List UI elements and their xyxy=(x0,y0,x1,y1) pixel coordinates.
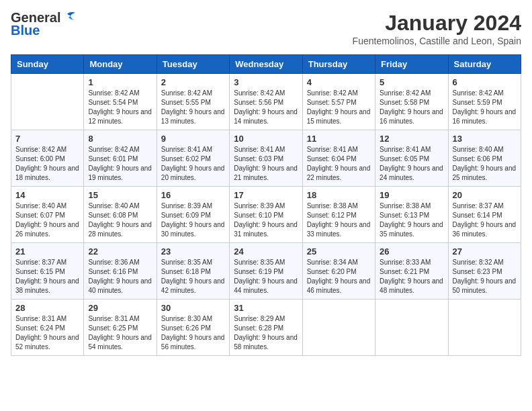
day-number: 18 xyxy=(307,190,371,200)
calendar-cell: 5Sunrise: 8:42 AMSunset: 5:58 PMDaylight… xyxy=(375,74,448,130)
logo: General Blue xyxy=(11,11,77,38)
calendar-cell: 25Sunrise: 8:34 AMSunset: 6:20 PMDayligh… xyxy=(302,243,375,300)
calendar-cell: 4Sunrise: 8:42 AMSunset: 5:57 PMDaylight… xyxy=(302,74,375,130)
day-number: 12 xyxy=(380,134,443,144)
day-number: 17 xyxy=(234,190,298,200)
calendar-week-row: 28Sunrise: 8:31 AMSunset: 6:24 PMDayligh… xyxy=(11,300,521,356)
day-number: 31 xyxy=(234,303,298,313)
day-info: Sunrise: 8:42 AMSunset: 5:57 PMDaylight:… xyxy=(307,89,371,126)
calendar-cell: 29Sunrise: 8:31 AMSunset: 6:25 PMDayligh… xyxy=(84,300,157,356)
weekday-header-cell: Thursday xyxy=(302,55,375,74)
day-info: Sunrise: 8:41 AMSunset: 6:04 PMDaylight:… xyxy=(307,145,371,183)
weekday-header-row: SundayMondayTuesdayWednesdayThursdayFrid… xyxy=(11,55,521,74)
calendar-cell: 8Sunrise: 8:42 AMSunset: 6:01 PMDaylight… xyxy=(84,130,157,187)
day-info: Sunrise: 8:31 AMSunset: 6:24 PMDaylight:… xyxy=(15,314,79,352)
day-info: Sunrise: 8:42 AMSunset: 5:58 PMDaylight:… xyxy=(380,89,443,126)
day-info: Sunrise: 8:34 AMSunset: 6:20 PMDaylight:… xyxy=(307,258,371,295)
weekday-header-cell: Monday xyxy=(84,55,157,74)
calendar-cell: 30Sunrise: 8:30 AMSunset: 6:26 PMDayligh… xyxy=(157,300,229,356)
calendar-cell xyxy=(448,300,521,356)
day-number: 22 xyxy=(88,246,152,257)
weekday-header-cell: Saturday xyxy=(448,55,521,74)
month-year-title: January 2024 xyxy=(353,11,521,36)
day-number: 6 xyxy=(453,77,517,87)
day-number: 24 xyxy=(234,246,298,257)
day-info: Sunrise: 8:40 AMSunset: 6:07 PMDaylight:… xyxy=(15,201,79,239)
day-number: 16 xyxy=(161,190,225,200)
day-info: Sunrise: 8:35 AMSunset: 6:18 PMDaylight:… xyxy=(161,258,225,295)
day-number: 26 xyxy=(380,246,443,257)
day-info: Sunrise: 8:42 AMSunset: 5:59 PMDaylight:… xyxy=(453,89,517,126)
day-info: Sunrise: 8:42 AMSunset: 5:56 PMDaylight:… xyxy=(234,89,298,126)
calendar-cell: 9Sunrise: 8:41 AMSunset: 6:02 PMDaylight… xyxy=(157,130,229,187)
day-info: Sunrise: 8:33 AMSunset: 6:21 PMDaylight:… xyxy=(380,258,443,295)
calendar-cell: 31Sunrise: 8:29 AMSunset: 6:28 PMDayligh… xyxy=(230,300,302,356)
calendar-cell: 27Sunrise: 8:32 AMSunset: 6:23 PMDayligh… xyxy=(448,243,521,300)
title-block: January 2024 Fuentemolinos, Castille and… xyxy=(353,11,521,46)
day-number: 5 xyxy=(380,77,443,87)
day-number: 20 xyxy=(453,190,517,200)
day-number: 27 xyxy=(453,246,517,257)
day-info: Sunrise: 8:41 AMSunset: 6:02 PMDaylight:… xyxy=(161,145,225,183)
day-number: 9 xyxy=(161,134,225,144)
calendar-cell: 26Sunrise: 8:33 AMSunset: 6:21 PMDayligh… xyxy=(375,243,448,300)
day-number: 8 xyxy=(88,134,152,144)
calendar-cell xyxy=(375,300,448,356)
day-info: Sunrise: 8:39 AMSunset: 6:10 PMDaylight:… xyxy=(234,201,298,239)
location-subtitle: Fuentemolinos, Castille and Leon, Spain xyxy=(353,36,521,46)
calendar-cell: 11Sunrise: 8:41 AMSunset: 6:04 PMDayligh… xyxy=(302,130,375,187)
calendar-cell: 13Sunrise: 8:40 AMSunset: 6:06 PMDayligh… xyxy=(448,130,521,187)
day-info: Sunrise: 8:30 AMSunset: 6:26 PMDaylight:… xyxy=(161,314,225,352)
day-info: Sunrise: 8:42 AMSunset: 5:54 PMDaylight:… xyxy=(88,89,152,126)
day-number: 2 xyxy=(161,77,225,87)
day-number: 1 xyxy=(88,77,152,87)
calendar-cell: 24Sunrise: 8:35 AMSunset: 6:19 PMDayligh… xyxy=(230,243,302,300)
day-number: 10 xyxy=(234,134,298,144)
calendar-cell: 18Sunrise: 8:38 AMSunset: 6:12 PMDayligh… xyxy=(302,187,375,243)
calendar-cell: 7Sunrise: 8:42 AMSunset: 6:00 PMDaylight… xyxy=(11,130,84,187)
calendar-week-row: 7Sunrise: 8:42 AMSunset: 6:00 PMDaylight… xyxy=(11,130,521,187)
calendar-cell: 1Sunrise: 8:42 AMSunset: 5:54 PMDaylight… xyxy=(84,74,157,130)
day-info: Sunrise: 8:37 AMSunset: 6:15 PMDaylight:… xyxy=(15,258,79,295)
calendar-table: SundayMondayTuesdayWednesdayThursdayFrid… xyxy=(11,54,521,356)
day-info: Sunrise: 8:29 AMSunset: 6:28 PMDaylight:… xyxy=(234,314,298,352)
day-info: Sunrise: 8:39 AMSunset: 6:09 PMDaylight:… xyxy=(161,201,225,239)
calendar-cell: 17Sunrise: 8:39 AMSunset: 6:10 PMDayligh… xyxy=(230,187,302,243)
calendar-cell: 20Sunrise: 8:37 AMSunset: 6:14 PMDayligh… xyxy=(448,187,521,243)
calendar-cell: 16Sunrise: 8:39 AMSunset: 6:09 PMDayligh… xyxy=(157,187,229,243)
day-number: 23 xyxy=(161,246,225,257)
day-info: Sunrise: 8:42 AMSunset: 6:01 PMDaylight:… xyxy=(88,145,152,183)
calendar-cell: 15Sunrise: 8:40 AMSunset: 6:08 PMDayligh… xyxy=(84,187,157,243)
day-info: Sunrise: 8:31 AMSunset: 6:25 PMDaylight:… xyxy=(88,314,152,352)
day-info: Sunrise: 8:42 AMSunset: 6:00 PMDaylight:… xyxy=(15,145,79,183)
day-number: 4 xyxy=(307,77,371,87)
calendar-week-row: 1Sunrise: 8:42 AMSunset: 5:54 PMDaylight… xyxy=(11,74,521,130)
day-info: Sunrise: 8:36 AMSunset: 6:16 PMDaylight:… xyxy=(88,258,152,295)
day-info: Sunrise: 8:38 AMSunset: 6:13 PMDaylight:… xyxy=(380,201,443,239)
calendar-cell: 22Sunrise: 8:36 AMSunset: 6:16 PMDayligh… xyxy=(84,243,157,300)
calendar-cell: 3Sunrise: 8:42 AMSunset: 5:56 PMDaylight… xyxy=(230,74,302,130)
day-number: 21 xyxy=(15,246,79,257)
calendar-week-row: 14Sunrise: 8:40 AMSunset: 6:07 PMDayligh… xyxy=(11,187,521,243)
day-number: 19 xyxy=(380,190,443,200)
day-info: Sunrise: 8:41 AMSunset: 6:03 PMDaylight:… xyxy=(234,145,298,183)
calendar-cell: 10Sunrise: 8:41 AMSunset: 6:03 PMDayligh… xyxy=(230,130,302,187)
calendar-week-row: 21Sunrise: 8:37 AMSunset: 6:15 PMDayligh… xyxy=(11,243,521,300)
day-number: 14 xyxy=(15,190,79,200)
day-number: 11 xyxy=(307,134,371,144)
calendar-body: 1Sunrise: 8:42 AMSunset: 5:54 PMDaylight… xyxy=(11,74,521,356)
page-header: General Blue January 2024 Fuentemolinos,… xyxy=(11,11,521,46)
day-info: Sunrise: 8:32 AMSunset: 6:23 PMDaylight:… xyxy=(453,258,517,295)
day-info: Sunrise: 8:38 AMSunset: 6:12 PMDaylight:… xyxy=(307,201,371,239)
calendar-cell: 2Sunrise: 8:42 AMSunset: 5:55 PMDaylight… xyxy=(157,74,229,130)
day-info: Sunrise: 8:40 AMSunset: 6:06 PMDaylight:… xyxy=(453,145,517,183)
weekday-header-cell: Friday xyxy=(375,55,448,74)
calendar-cell: 12Sunrise: 8:41 AMSunset: 6:05 PMDayligh… xyxy=(375,130,448,187)
logo-bird-icon xyxy=(62,11,77,24)
calendar-cell: 19Sunrise: 8:38 AMSunset: 6:13 PMDayligh… xyxy=(375,187,448,243)
day-info: Sunrise: 8:35 AMSunset: 6:19 PMDaylight:… xyxy=(234,258,298,295)
day-number: 3 xyxy=(234,77,298,87)
day-info: Sunrise: 8:41 AMSunset: 6:05 PMDaylight:… xyxy=(380,145,443,183)
calendar-cell xyxy=(302,300,375,356)
day-info: Sunrise: 8:37 AMSunset: 6:14 PMDaylight:… xyxy=(453,201,517,239)
